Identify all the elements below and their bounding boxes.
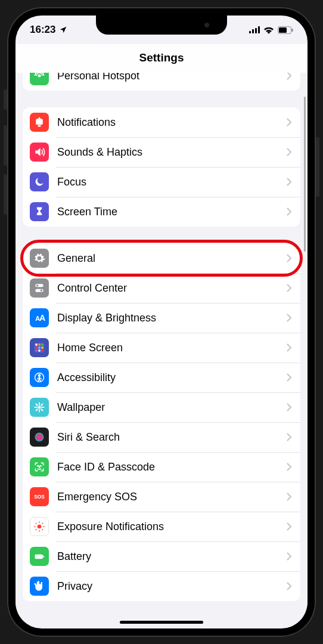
- svg-rect-21: [35, 346, 37, 348]
- svg-line-34: [36, 404, 38, 405]
- battery-icon: [30, 547, 49, 566]
- settings-row-battery[interactable]: Battery: [23, 541, 300, 571]
- chevron-right-icon: [287, 314, 292, 322]
- settings-row-notifications[interactable]: Notifications: [23, 107, 300, 137]
- settings-row-display-brightness[interactable]: AADisplay & Brightness: [23, 303, 300, 333]
- exposure-icon: [30, 517, 49, 536]
- page-title: Settings: [15, 44, 308, 73]
- moon-icon: [30, 172, 49, 191]
- settings-row-wallpaper[interactable]: Wallpaper: [23, 392, 300, 422]
- speaker-icon: [30, 143, 49, 162]
- settings-group: GeneralControl CenterAADisplay & Brightn…: [23, 243, 300, 601]
- chevron-right-icon: [287, 522, 292, 531]
- chevron-right-icon: [287, 73, 292, 80]
- svg-rect-2: [255, 28, 257, 33]
- row-label: Siri & Search: [57, 431, 287, 444]
- row-label: Battery: [57, 550, 287, 563]
- hotspot-icon: [30, 73, 49, 85]
- row-label: Exposure Notifications: [57, 521, 287, 533]
- svg-text:A: A: [39, 313, 45, 323]
- svg-rect-19: [38, 343, 40, 345]
- svg-rect-1: [252, 29, 254, 33]
- svg-point-48: [42, 529, 43, 530]
- settings-group: Personal Hotspot: [23, 73, 300, 91]
- svg-rect-18: [35, 343, 37, 345]
- svg-line-35: [41, 409, 42, 410]
- settings-row-focus[interactable]: Focus: [23, 167, 300, 197]
- row-label: Emergency SOS: [57, 491, 287, 503]
- svg-line-36: [36, 409, 38, 410]
- settings-row-screen-time[interactable]: Screen Time: [23, 197, 300, 227]
- wifi-icon: [263, 26, 274, 34]
- chevron-right-icon: [287, 582, 292, 590]
- sos-icon: SOS: [30, 487, 49, 506]
- grid-icon: [30, 338, 49, 357]
- settings-row-personal-hotspot[interactable]: Personal Hotspot: [23, 73, 300, 91]
- settings-row-emergency-sos[interactable]: SOSEmergency SOS: [23, 482, 300, 512]
- svg-point-38: [35, 433, 44, 442]
- row-label: Privacy: [57, 580, 287, 593]
- settings-row-exposure[interactable]: Exposure Notifications: [23, 512, 300, 541]
- svg-point-45: [35, 526, 36, 527]
- row-label: Focus: [57, 176, 287, 188]
- hand-icon: [30, 577, 49, 596]
- svg-point-7: [38, 75, 41, 78]
- svg-point-43: [39, 522, 40, 523]
- settings-row-sounds-haptics[interactable]: Sounds & Haptics: [23, 137, 300, 167]
- row-label: Notifications: [57, 116, 287, 129]
- aa-icon: AA: [30, 308, 49, 327]
- settings-row-accessibility[interactable]: Accessibility: [23, 363, 300, 392]
- svg-point-46: [44, 526, 45, 527]
- svg-point-39: [38, 466, 38, 466]
- face-icon: [30, 457, 49, 476]
- chevron-right-icon: [287, 373, 292, 382]
- settings-row-control-center[interactable]: Control Center: [23, 273, 300, 303]
- row-label: General: [57, 252, 287, 265]
- chevron-right-icon: [287, 552, 292, 561]
- row-label: Display & Brightness: [57, 312, 287, 324]
- chevron-right-icon: [287, 148, 292, 156]
- settings-row-face-id[interactable]: Face ID & Passcode: [23, 452, 300, 482]
- settings-row-privacy[interactable]: Privacy: [23, 571, 300, 601]
- gear-icon: [30, 249, 49, 268]
- row-label: Home Screen: [57, 342, 287, 354]
- location-icon: [59, 26, 67, 34]
- svg-rect-6: [292, 29, 293, 32]
- settings-row-siri-search[interactable]: Siri & Search: [23, 422, 300, 452]
- svg-point-49: [36, 529, 37, 530]
- svg-rect-25: [38, 349, 40, 351]
- svg-point-12: [36, 284, 38, 286]
- svg-point-29: [38, 406, 41, 409]
- phone-frame: 16:23 Settings Personal HotspotNotificat…: [7, 7, 316, 637]
- svg-rect-8: [36, 119, 43, 125]
- svg-point-14: [41, 290, 42, 292]
- hourglass-icon: [30, 202, 49, 221]
- svg-rect-24: [35, 349, 37, 351]
- home-indicator[interactable]: [120, 621, 203, 624]
- svg-rect-23: [41, 346, 43, 348]
- settings-list[interactable]: Personal HotspotNotificationsSounds & Ha…: [15, 73, 308, 628]
- svg-point-50: [42, 523, 43, 524]
- svg-text:SOS: SOS: [34, 494, 45, 500]
- svg-rect-20: [41, 343, 43, 345]
- scroll-indicator[interactable]: [304, 97, 306, 252]
- svg-point-42: [38, 525, 42, 529]
- svg-rect-0: [249, 31, 251, 33]
- svg-rect-10: [38, 125, 41, 127]
- chevron-right-icon: [287, 284, 292, 292]
- settings-row-general[interactable]: General: [23, 243, 300, 273]
- screen: 16:23 Settings Personal HotspotNotificat…: [15, 16, 308, 628]
- row-label: Personal Hotspot: [57, 73, 287, 82]
- chevron-right-icon: [287, 463, 292, 471]
- chevron-right-icon: [287, 493, 292, 501]
- chevron-right-icon: [287, 254, 292, 262]
- svg-rect-51: [35, 555, 43, 559]
- siri-icon: [30, 428, 49, 447]
- row-label: Screen Time: [57, 206, 287, 218]
- settings-row-home-screen[interactable]: Home Screen: [23, 333, 300, 363]
- chevron-right-icon: [287, 178, 292, 186]
- chevron-right-icon: [287, 208, 292, 216]
- bell-icon: [30, 113, 49, 132]
- settings-group: NotificationsSounds & HapticsFocusScreen…: [23, 107, 300, 227]
- svg-rect-9: [38, 117, 40, 119]
